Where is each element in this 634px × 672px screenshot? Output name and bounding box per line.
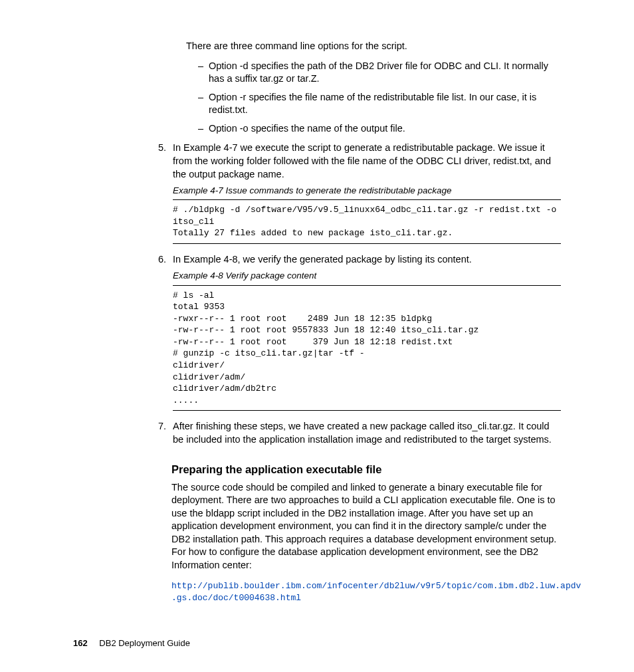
- option-d: Option -d specifies the path of the DB2 …: [198, 60, 561, 86]
- step-6-text: In Example 4-8, we verify the generated …: [173, 253, 561, 267]
- example-4-7-code: # ./bldpkg -d /software/V95/v9.5_linuxx6…: [173, 199, 561, 244]
- preparing-paragraph: The source code should be compiled and l…: [171, 481, 561, 572]
- option-r: Option -r specifies the file name of the…: [198, 91, 561, 117]
- book-title: DB2 Deployment Guide: [99, 638, 190, 648]
- subheading-preparing: Preparing the application executable fil…: [171, 462, 561, 477]
- page-number: 162: [73, 638, 88, 648]
- page-footer: 162 DB2 Deployment Guide: [73, 637, 190, 649]
- step-7-number: 7.: [158, 420, 166, 433]
- example-4-8-title: Example 4-8 Verify package content: [173, 270, 561, 282]
- step-5: 5. In Example 4-7 we execute the script …: [159, 142, 561, 244]
- step-7: 7. After finishing these steps, we have …: [159, 420, 561, 446]
- step-5-text: In Example 4-7 we execute the script to …: [173, 142, 561, 181]
- example-4-7-title: Example 4-7 Issue commands to generate t…: [173, 185, 561, 197]
- step-7-text: After finishing these steps, we have cre…: [173, 420, 561, 446]
- page: There are three command line options for…: [0, 0, 634, 672]
- intro-paragraph: There are three command line options for…: [186, 40, 561, 53]
- example-4-8-code: # ls -al total 9353 -rwxr--r-- 1 root ro…: [173, 285, 561, 411]
- options-list: Option -d specifies the path of the DB2 …: [186, 60, 561, 136]
- step-6-number: 6.: [158, 253, 166, 267]
- content-column: There are three command line options for…: [173, 40, 561, 604]
- link-line-2: .gs.doc/doc/t0004638.html: [171, 593, 301, 603]
- info-center-link[interactable]: http://publib.boulder.ibm.com/infocenter…: [171, 580, 561, 604]
- link-line-1: http://publib.boulder.ibm.com/infocenter…: [171, 581, 581, 591]
- step-5-number: 5.: [158, 142, 166, 155]
- option-o: Option -o specifies the name of the outp…: [198, 122, 561, 136]
- step-6: 6. In Example 4-8, we verify the generat…: [159, 253, 561, 411]
- steps-list: 5. In Example 4-7 we execute the script …: [173, 142, 561, 446]
